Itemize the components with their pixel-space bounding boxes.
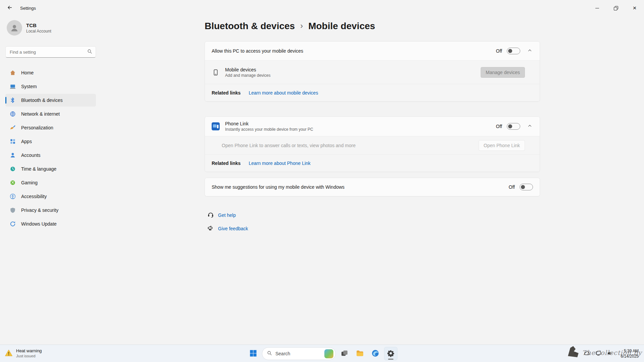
active-indicator [5,97,6,104]
sidebar-item-privacy-security[interactable]: Privacy & security [5,204,96,217]
window-title: Settings [20,6,36,11]
taskbar-search-placeholder: Search [275,351,321,356]
file-explorer-button[interactable] [353,347,367,360]
phone-link-app-icon [212,122,220,130]
chevron-up-icon [528,48,532,54]
windows-logo-icon [250,350,257,358]
clock-date: 6/14/2025 [621,354,639,359]
sidebar-item-system[interactable]: System [5,80,96,93]
edge-icon [371,349,379,358]
personalization-icon [9,124,16,131]
tray-network-button[interactable] [593,348,603,360]
find-setting-searchbox[interactable] [5,46,96,58]
suggestions-toggle[interactable] [520,184,533,190]
sidebar-item-apps[interactable]: Apps [5,135,96,148]
get-help-label: Get help [218,213,236,218]
sidebar-item-accounts[interactable]: Accounts [5,149,96,162]
edge-browser-button[interactable] [369,347,382,360]
taskbar-clock[interactable]: 5:39 AM 6/14/2025 [619,348,641,360]
user-account-type: Local Account [26,29,51,34]
time-language-icon [9,166,16,172]
warning-triangle-icon [5,349,13,358]
user-profile[interactable]: TCB Local Account [5,18,96,38]
taskbar-search[interactable]: Search [262,347,336,360]
related-links-row: Related links Learn more about mobile de… [205,84,540,101]
allow-access-collapse-button[interactable] [525,46,534,56]
mobile-devices-row: Mobile devices Add and manage devices Ma… [205,60,540,84]
close-icon: × [633,4,636,12]
minimize-icon [595,8,599,8]
main-content: Bluetooth & devices › Mobile devices All… [101,16,644,345]
allow-access-card: Allow this PC to access your mobile devi… [205,41,540,102]
taskbar-notification[interactable]: Heat warning Just issued [0,348,42,359]
sidebar-item-gaming[interactable]: Gaming [5,176,96,189]
phone-link-toggle-state: Off [496,124,502,129]
start-button[interactable] [247,347,260,360]
window-controls: × [588,0,644,16]
windows-update-icon [9,221,16,227]
avatar [7,20,22,36]
search-icon [267,351,272,357]
suggestions-row: Show me suggestions for using my mobile … [205,178,540,196]
sidebar-item-personalization[interactable]: Personalization [5,121,96,134]
task-view-button[interactable] [338,347,351,360]
taskbar: Heat warning Just issued Search [0,345,644,362]
clock-time: 5:39 AM [621,348,639,354]
accounts-icon [9,152,16,159]
sidebar-item-network-internet[interactable]: Network & internet [5,108,96,120]
chevron-up-icon [528,124,532,129]
get-help-link[interactable]: Get help [205,210,236,221]
tray-chevron-up-button[interactable] [571,348,581,360]
sidebar-item-label: Apps [21,139,32,144]
phone-link-toggle[interactable] [507,123,520,130]
sidebar-item-bluetooth-devices[interactable]: Bluetooth & devices [5,94,96,107]
phone-link-card: Phone Link Instantly access your mobile … [205,116,540,172]
suggestions-toggle-state: Off [509,184,515,190]
system-icon [9,83,16,90]
learn-more-mobile-devices-link[interactable]: Learn more about mobile devices [249,90,318,96]
back-button[interactable] [3,2,17,14]
open-phone-link-button[interactable]: Open Phone Link [479,140,525,151]
apps-icon [9,138,16,145]
file-explorer-icon [356,349,364,358]
help-headset-icon [207,211,214,219]
sidebar-item-label: Windows Update [21,221,57,227]
restore-button[interactable] [606,0,625,16]
allow-access-label: Allow this PC to access your mobile devi… [212,48,496,54]
sidebar-nav: Home System Bluetooth & devices Network … [5,66,96,230]
chevron-up-icon [574,351,578,356]
allow-access-toggle[interactable] [507,48,520,54]
search-input[interactable] [10,50,87,55]
settings-app-button[interactable] [384,347,397,360]
phone-link-header[interactable]: Phone Link Instantly access your mobile … [205,117,540,136]
sidebar-item-label: Home [21,70,34,75]
user-name: TCB [26,22,51,28]
sidebar-item-time-language[interactable]: Time & language [5,163,96,175]
toggle-knob [508,124,512,128]
sidebar-item-label: Gaming [21,180,38,185]
accessibility-icon [9,193,16,200]
related-links-label: Related links [212,161,240,166]
search-highlight-image[interactable] [324,349,333,358]
minimize-button[interactable] [588,0,606,16]
sidebar-item-windows-update[interactable]: Windows Update [5,218,96,230]
give-feedback-link[interactable]: Give feedback [205,223,248,234]
titlebar: Settings × [0,0,644,16]
sidebar-item-label: System [21,84,37,89]
sidebar-item-label: Time & language [21,166,56,172]
allow-access-header[interactable]: Allow this PC to access your mobile devi… [205,42,540,60]
learn-more-phone-link-link[interactable]: Learn more about Phone Link [249,161,310,166]
tray-cloud-button[interactable] [582,348,592,360]
system-tray: 5:39 AM 6/14/2025 [571,345,644,362]
phone-link-subtitle: Instantly access your mobile device from… [225,127,496,132]
notification-title: Heat warning [16,348,42,354]
breadcrumb-parent[interactable]: Bluetooth & devices [205,19,295,33]
phone-link-collapse-button[interactable] [525,122,534,131]
tray-volume-button[interactable] [605,348,615,360]
sidebar-item-accessibility[interactable]: Accessibility [5,190,96,203]
close-button[interactable]: × [625,0,644,16]
manage-devices-button[interactable]: Manage devices [481,67,525,78]
open-phone-link-row: Open Phone Link to answer calls or texts… [205,136,540,154]
sidebar-item-label: Accounts [21,153,41,158]
sidebar-item-home[interactable]: Home [5,66,96,79]
